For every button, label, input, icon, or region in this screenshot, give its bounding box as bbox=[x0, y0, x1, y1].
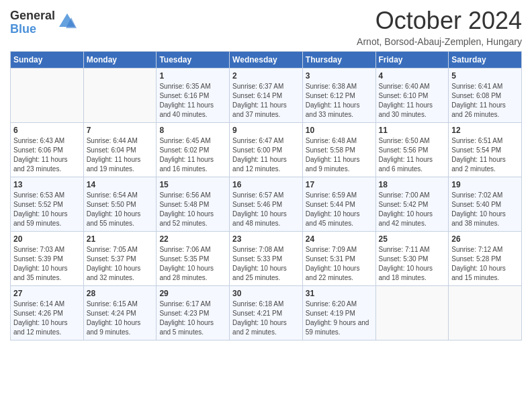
calendar-cell: 21Sunrise: 7:05 AM Sunset: 5:37 PM Dayli… bbox=[83, 232, 157, 286]
calendar-cell: 3Sunrise: 6:38 AM Sunset: 6:12 PM Daylig… bbox=[302, 68, 375, 123]
calendar-cell: 16Sunrise: 6:57 AM Sunset: 5:46 PM Dayli… bbox=[230, 177, 303, 232]
calendar-cell: 30Sunrise: 6:18 AM Sunset: 4:21 PM Dayli… bbox=[230, 286, 303, 340]
calendar-cell: 13Sunrise: 6:53 AM Sunset: 5:52 PM Dayli… bbox=[11, 177, 84, 232]
calendar-table: SundayMondayTuesdayWednesdayThursdayFrid… bbox=[10, 51, 522, 340]
calendar-cell: 19Sunrise: 7:02 AM Sunset: 5:40 PM Dayli… bbox=[449, 177, 522, 232]
calendar-cell: 17Sunrise: 6:59 AM Sunset: 5:44 PM Dayli… bbox=[302, 177, 375, 232]
day-number: 21 bbox=[87, 234, 154, 244]
day-info: Sunrise: 6:51 AM Sunset: 5:54 PM Dayligh… bbox=[451, 136, 519, 174]
day-info: Sunrise: 7:08 AM Sunset: 5:33 PM Dayligh… bbox=[232, 245, 300, 283]
calendar-cell bbox=[83, 68, 157, 123]
calendar-cell: 25Sunrise: 7:11 AM Sunset: 5:30 PM Dayli… bbox=[375, 232, 449, 286]
calendar-body: 1Sunrise: 6:35 AM Sunset: 6:16 PM Daylig… bbox=[11, 68, 522, 340]
calendar-header: SundayMondayTuesdayWednesdayThursdayFrid… bbox=[11, 52, 522, 68]
day-info: Sunrise: 7:00 AM Sunset: 5:42 PM Dayligh… bbox=[379, 191, 446, 228]
day-number: 17 bbox=[306, 180, 373, 189]
subtitle: Arnot, Borsod-Abauj-Zemplen, Hungary bbox=[357, 36, 522, 47]
day-info: Sunrise: 6:17 AM Sunset: 4:23 PM Dayligh… bbox=[159, 300, 226, 337]
day-number: 22 bbox=[159, 234, 226, 244]
day-number: 4 bbox=[379, 71, 446, 81]
day-info: Sunrise: 7:05 AM Sunset: 5:37 PM Dayligh… bbox=[87, 245, 154, 283]
day-info: Sunrise: 7:09 AM Sunset: 5:31 PM Dayligh… bbox=[306, 245, 373, 283]
day-info: Sunrise: 6:18 AM Sunset: 4:21 PM Dayligh… bbox=[232, 300, 300, 337]
day-info: Sunrise: 6:56 AM Sunset: 5:48 PM Dayligh… bbox=[159, 191, 226, 228]
column-header-wednesday: Wednesday bbox=[230, 52, 303, 68]
day-info: Sunrise: 6:41 AM Sunset: 6:08 PM Dayligh… bbox=[451, 82, 519, 120]
day-number: 10 bbox=[306, 126, 373, 135]
page-header: General Blue October 2024 Arnot, Borsod-… bbox=[10, 7, 522, 47]
day-info: Sunrise: 6:35 AM Sunset: 6:16 PM Dayligh… bbox=[159, 82, 226, 120]
day-info: Sunrise: 6:43 AM Sunset: 6:06 PM Dayligh… bbox=[13, 136, 81, 174]
calendar-cell: 24Sunrise: 7:09 AM Sunset: 5:31 PM Dayli… bbox=[302, 232, 375, 286]
calendar-cell: 10Sunrise: 6:48 AM Sunset: 5:58 PM Dayli… bbox=[302, 123, 375, 177]
day-number: 13 bbox=[13, 180, 81, 189]
calendar-cell: 20Sunrise: 7:03 AM Sunset: 5:39 PM Dayli… bbox=[11, 232, 84, 286]
week-row-3: 13Sunrise: 6:53 AM Sunset: 5:52 PM Dayli… bbox=[11, 177, 522, 232]
calendar-cell: 12Sunrise: 6:51 AM Sunset: 5:54 PM Dayli… bbox=[449, 123, 522, 177]
week-row-5: 27Sunrise: 6:14 AM Sunset: 4:26 PM Dayli… bbox=[11, 286, 522, 340]
day-number: 15 bbox=[159, 180, 226, 189]
day-info: Sunrise: 6:54 AM Sunset: 5:50 PM Dayligh… bbox=[87, 191, 154, 228]
day-info: Sunrise: 6:20 AM Sunset: 4:19 PM Dayligh… bbox=[306, 300, 373, 337]
calendar-cell: 9Sunrise: 6:47 AM Sunset: 6:00 PM Daylig… bbox=[230, 123, 303, 177]
day-number: 12 bbox=[451, 126, 519, 135]
calendar-cell: 14Sunrise: 6:54 AM Sunset: 5:50 PM Dayli… bbox=[83, 177, 157, 232]
day-number: 18 bbox=[379, 180, 446, 189]
day-number: 31 bbox=[306, 289, 373, 298]
day-number: 11 bbox=[379, 126, 446, 135]
calendar-cell bbox=[449, 286, 522, 340]
calendar-cell bbox=[11, 68, 84, 123]
day-number: 24 bbox=[306, 234, 373, 244]
column-header-saturday: Saturday bbox=[449, 52, 522, 68]
day-info: Sunrise: 6:57 AM Sunset: 5:46 PM Dayligh… bbox=[232, 191, 300, 228]
calendar-cell bbox=[375, 286, 449, 340]
day-number: 27 bbox=[13, 289, 81, 298]
calendar-cell: 6Sunrise: 6:43 AM Sunset: 6:06 PM Daylig… bbox=[11, 123, 84, 177]
day-info: Sunrise: 6:44 AM Sunset: 6:04 PM Dayligh… bbox=[87, 136, 154, 174]
day-number: 20 bbox=[13, 234, 81, 244]
day-info: Sunrise: 6:53 AM Sunset: 5:52 PM Dayligh… bbox=[13, 191, 81, 228]
day-number: 6 bbox=[13, 126, 81, 135]
day-number: 7 bbox=[87, 126, 154, 135]
column-header-friday: Friday bbox=[375, 52, 449, 68]
day-info: Sunrise: 6:47 AM Sunset: 6:00 PM Dayligh… bbox=[232, 136, 300, 174]
day-number: 29 bbox=[159, 289, 226, 298]
week-row-2: 6Sunrise: 6:43 AM Sunset: 6:06 PM Daylig… bbox=[11, 123, 522, 177]
day-info: Sunrise: 6:45 AM Sunset: 6:02 PM Dayligh… bbox=[159, 136, 226, 174]
day-info: Sunrise: 6:48 AM Sunset: 5:58 PM Dayligh… bbox=[306, 136, 373, 174]
header-row: SundayMondayTuesdayWednesdayThursdayFrid… bbox=[11, 52, 522, 68]
day-number: 3 bbox=[306, 71, 373, 81]
day-number: 16 bbox=[232, 180, 300, 189]
calendar-cell: 26Sunrise: 7:12 AM Sunset: 5:28 PM Dayli… bbox=[449, 232, 522, 286]
day-info: Sunrise: 6:37 AM Sunset: 6:14 PM Dayligh… bbox=[232, 82, 300, 120]
calendar-cell: 4Sunrise: 6:40 AM Sunset: 6:10 PM Daylig… bbox=[375, 68, 449, 123]
day-info: Sunrise: 7:06 AM Sunset: 5:35 PM Dayligh… bbox=[159, 245, 226, 283]
calendar-cell: 7Sunrise: 6:44 AM Sunset: 6:04 PM Daylig… bbox=[83, 123, 157, 177]
column-header-monday: Monday bbox=[83, 52, 157, 68]
column-header-sunday: Sunday bbox=[11, 52, 84, 68]
day-number: 28 bbox=[87, 289, 154, 298]
calendar-cell: 31Sunrise: 6:20 AM Sunset: 4:19 PM Dayli… bbox=[302, 286, 375, 340]
week-row-1: 1Sunrise: 6:35 AM Sunset: 6:16 PM Daylig… bbox=[11, 68, 522, 123]
calendar-cell: 22Sunrise: 7:06 AM Sunset: 5:35 PM Dayli… bbox=[157, 232, 230, 286]
calendar-cell: 28Sunrise: 6:15 AM Sunset: 4:24 PM Dayli… bbox=[83, 286, 157, 340]
column-header-thursday: Thursday bbox=[302, 52, 375, 68]
day-number: 2 bbox=[232, 71, 300, 81]
day-number: 26 bbox=[451, 234, 519, 244]
day-number: 23 bbox=[232, 234, 300, 244]
calendar-cell: 29Sunrise: 6:17 AM Sunset: 4:23 PM Dayli… bbox=[157, 286, 230, 340]
day-info: Sunrise: 7:11 AM Sunset: 5:30 PM Dayligh… bbox=[379, 245, 446, 283]
day-info: Sunrise: 6:50 AM Sunset: 5:56 PM Dayligh… bbox=[379, 136, 446, 174]
day-number: 30 bbox=[232, 289, 300, 298]
column-header-tuesday: Tuesday bbox=[157, 52, 230, 68]
day-info: Sunrise: 6:15 AM Sunset: 4:24 PM Dayligh… bbox=[87, 300, 154, 337]
calendar-cell: 15Sunrise: 6:56 AM Sunset: 5:48 PM Dayli… bbox=[157, 177, 230, 232]
calendar-cell: 5Sunrise: 6:41 AM Sunset: 6:08 PM Daylig… bbox=[449, 68, 522, 123]
day-number: 9 bbox=[232, 126, 300, 135]
logo-icon bbox=[58, 12, 77, 31]
day-number: 14 bbox=[87, 180, 154, 189]
day-info: Sunrise: 7:02 AM Sunset: 5:40 PM Dayligh… bbox=[451, 191, 519, 228]
calendar-cell: 18Sunrise: 7:00 AM Sunset: 5:42 PM Dayli… bbox=[375, 177, 449, 232]
day-info: Sunrise: 6:14 AM Sunset: 4:26 PM Dayligh… bbox=[13, 300, 81, 337]
logo: General Blue bbox=[10, 9, 77, 36]
